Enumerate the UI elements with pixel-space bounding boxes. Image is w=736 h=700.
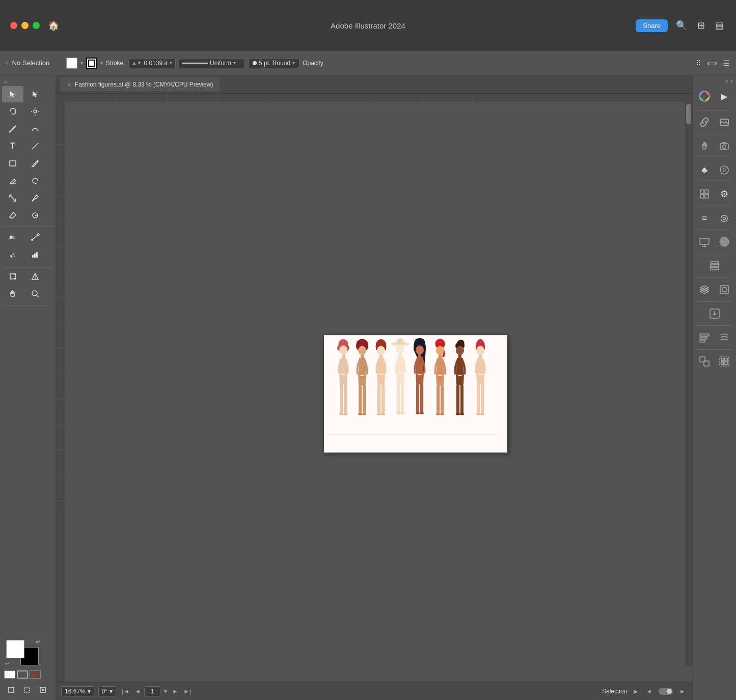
- status-forward-btn[interactable]: ►: [678, 687, 687, 696]
- panel-icon[interactable]: ▤: [713, 18, 726, 33]
- draw-behind-btn[interactable]: [20, 684, 34, 696]
- blend-tool[interactable]: [24, 229, 46, 245]
- right-panel-row-12: [695, 352, 734, 371]
- flower-btn[interactable]: ♣: [695, 160, 714, 180]
- zoom-dropdown-arrow[interactable]: ▾: [88, 688, 91, 695]
- next-page-btn[interactable]: ►: [171, 687, 180, 696]
- right-panel-collapse2[interactable]: «: [729, 77, 734, 85]
- distribute-icon[interactable]: ⟺: [705, 57, 719, 69]
- maximize-button[interactable]: [33, 22, 40, 29]
- hand-right-btn[interactable]: [695, 136, 714, 156]
- eyedropper-tool[interactable]: [2, 207, 23, 223]
- symbol-tool[interactable]: [2, 246, 23, 263]
- align-icon[interactable]: ⠿: [694, 57, 703, 69]
- selection-tool[interactable]: [2, 86, 23, 102]
- circle2-btn[interactable]: ◎: [715, 208, 734, 228]
- status-toggle[interactable]: [659, 688, 673, 695]
- line-tool[interactable]: [24, 138, 46, 154]
- canvas-area[interactable]: [65, 94, 692, 682]
- layers-right-btn[interactable]: [695, 280, 714, 299]
- fill-dropdown-arrow[interactable]: ▾: [80, 60, 83, 66]
- stroke-line-selector[interactable]: Uniform ▾: [179, 58, 245, 68]
- stroke-dropdown-arrow[interactable]: ▾: [100, 60, 103, 66]
- page-dropdown-btn[interactable]: ▾: [162, 687, 169, 696]
- link-btn[interactable]: [695, 113, 714, 132]
- search-icon[interactable]: 🔍: [674, 18, 689, 33]
- add-anchor-tool[interactable]: +: [24, 86, 46, 102]
- camera-btn[interactable]: [715, 136, 734, 156]
- zoom-selector[interactable]: 16.67% ▾: [61, 686, 94, 696]
- stroke-color-box[interactable]: [86, 58, 97, 69]
- arrange-right-btn[interactable]: [695, 352, 714, 371]
- fill-icon[interactable]: [4, 670, 15, 679]
- draw-inside-btn[interactable]: [36, 684, 50, 696]
- play-status-btn[interactable]: ►: [632, 687, 639, 695]
- stack-right-btn[interactable]: [705, 256, 724, 275]
- hand-tool[interactable]: [2, 286, 23, 302]
- type-tool[interactable]: T: [2, 138, 23, 154]
- stroke-value-input[interactable]: ▲▼ 0.0139 ir ▾: [128, 58, 176, 68]
- image-btn[interactable]: [715, 113, 734, 132]
- none-icon[interactable]: [30, 670, 41, 679]
- vertical-scrollbar[interactable]: [685, 94, 692, 666]
- zoom-tool[interactable]: [24, 286, 46, 302]
- draw-normal-btn[interactable]: [4, 684, 18, 696]
- snap-btn[interactable]: [715, 280, 734, 299]
- badge-btn[interactable]: 0: [715, 160, 734, 180]
- left-panel-collapse[interactable]: «: [2, 78, 53, 86]
- more-icon[interactable]: ☰: [721, 57, 732, 69]
- stroke-icon[interactable]: [17, 670, 28, 679]
- reset-colors-icon[interactable]: ↩: [5, 661, 9, 666]
- perspective-tool[interactable]: [24, 268, 46, 285]
- flatten-right-btn[interactable]: [715, 328, 734, 347]
- measure-tool[interactable]: [24, 207, 46, 223]
- color-wheel-btn[interactable]: [695, 87, 714, 106]
- drawing-area[interactable]: [65, 103, 692, 673]
- status-back-btn[interactable]: ◄: [644, 687, 653, 696]
- gear-btn[interactable]: ⚙: [715, 184, 734, 204]
- share-button[interactable]: Share: [636, 19, 668, 32]
- eraser-tool[interactable]: [2, 173, 23, 189]
- gradient-tool[interactable]: [2, 229, 23, 245]
- swap-colors-icon[interactable]: ⇄: [36, 639, 40, 645]
- prev-page-btn[interactable]: ◄: [133, 687, 142, 696]
- curvature-tool[interactable]: [24, 121, 46, 137]
- brush-tool[interactable]: [24, 190, 46, 206]
- scrollbar-thumb-v[interactable]: [686, 104, 691, 124]
- right-panel-div-7: [697, 254, 732, 254]
- page-number-input[interactable]: 1: [144, 686, 160, 696]
- workspace-icon[interactable]: ⊞: [695, 18, 707, 33]
- rotation-dropdown-arrow[interactable]: ▾: [110, 688, 113, 695]
- lasso-tool[interactable]: [2, 103, 23, 120]
- pen-tool[interactable]: [2, 121, 23, 137]
- magic-wand-tool[interactable]: [24, 103, 46, 120]
- foreground-color-swatch[interactable]: [6, 640, 24, 658]
- rotation-selector[interactable]: 0° ▾: [98, 686, 116, 696]
- tool-row-6: [2, 173, 53, 189]
- group-right-btn[interactable]: [715, 352, 734, 371]
- minimize-button[interactable]: [21, 22, 29, 29]
- align-right-btn[interactable]: [695, 328, 714, 347]
- fill-color-swatch[interactable]: [66, 58, 77, 69]
- lines-btn2[interactable]: ≡: [695, 208, 714, 228]
- first-page-btn[interactable]: |◄: [120, 687, 131, 696]
- left-collapse-arrow[interactable]: «: [4, 59, 9, 67]
- document-tab[interactable]: × Fashion figures.ai @ 8.33 % (CMYK/CPU …: [60, 77, 220, 91]
- rotate-tool[interactable]: [24, 173, 46, 189]
- tab-close-btn[interactable]: ×: [67, 82, 72, 88]
- pencil-tool[interactable]: [24, 155, 46, 172]
- free-transform-tool[interactable]: [2, 268, 23, 285]
- home-icon[interactable]: 🏠: [48, 20, 59, 31]
- export-right-btn[interactable]: [705, 304, 724, 323]
- close-button[interactable]: [10, 22, 17, 29]
- round-point-selector[interactable]: 5 pt. Round ▾: [248, 58, 299, 68]
- scale-tool[interactable]: [2, 190, 23, 206]
- screen-right-btn[interactable]: [695, 232, 714, 251]
- grid-btn2[interactable]: [695, 184, 714, 204]
- sphere-btn[interactable]: [715, 232, 734, 251]
- chart-tool[interactable]: [24, 246, 46, 263]
- rect-tool[interactable]: [2, 155, 23, 172]
- right-play-btn[interactable]: ▶: [715, 87, 734, 106]
- last-page-btn[interactable]: ►|: [182, 687, 193, 696]
- right-panel-collapse[interactable]: «: [724, 77, 729, 85]
